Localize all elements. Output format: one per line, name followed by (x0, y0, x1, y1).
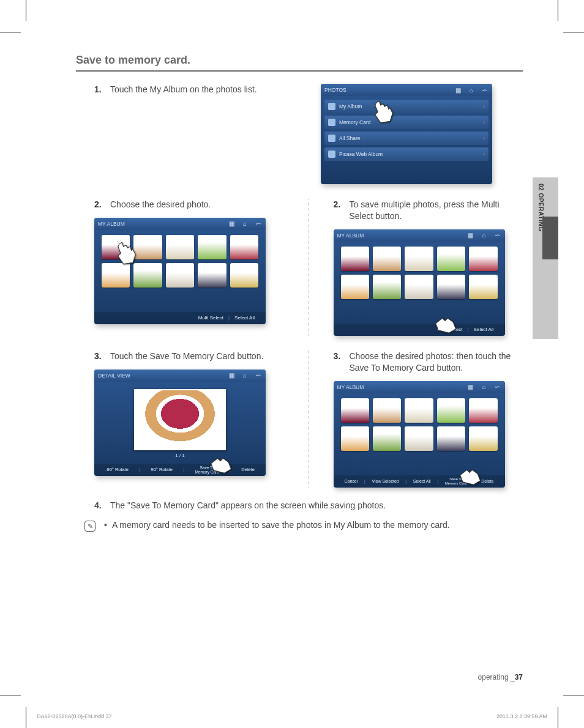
photo-thumbnail (469, 398, 497, 423)
photo-thumbnail (469, 275, 497, 299)
step-number: 3. (94, 351, 104, 362)
photo-preview (134, 389, 226, 450)
list-item-all-share: All Share› (324, 132, 489, 145)
step-text: To save multiple photos, press the Multi… (350, 199, 523, 222)
photo-thumbnail (166, 263, 194, 288)
step-number: 1. (94, 84, 104, 95)
screenshot-title: PHOTOS (324, 87, 346, 93)
screenshot-album-grid: MY ALBUM ▦⌂⤺ Multi Select | Select All (94, 218, 266, 324)
screenshot-titlebar: MY ALBUM ▦⌂⤺ (94, 218, 266, 230)
step-2-left: 2. Choose the desired photo. (94, 199, 284, 210)
touch-hand-icon (370, 98, 397, 125)
photo-thumbnail (405, 275, 433, 299)
rotate-pos-button: 90° Rotate (146, 464, 178, 476)
section-title: Save to memory card. (76, 54, 523, 72)
screenshot-album-grid: MY ALBUM ▦⌂⤺ Multi Select | Select All (334, 229, 505, 336)
screenshot-title: MY ALBUM (337, 384, 364, 390)
touch-hand-icon (456, 463, 483, 488)
album-icon (328, 103, 335, 110)
step-3-right: 3. Choose the desired photos: then touch… (334, 351, 523, 374)
step-number: 3. (334, 351, 343, 374)
step-text: Choose the desired photo. (110, 199, 211, 210)
select-all-button: Select All (408, 475, 436, 488)
photo-thumbnail (373, 275, 401, 299)
column-divider (309, 199, 309, 336)
list-item-my-album: My Album› (324, 100, 489, 113)
photo-thumbnail (198, 263, 226, 288)
step-4: 4. The "Save To Memory Card" appears on … (76, 500, 523, 512)
back-icon: ⤺ (494, 232, 501, 239)
step-1: 1. Touch the My Album on the photos list… (94, 84, 296, 95)
photo-thumbnail (373, 247, 401, 271)
touch-hand-icon (432, 311, 459, 336)
photo-thumbnail (437, 247, 465, 271)
step-3-left: 3. Touch the Save To Memory Card button. (94, 351, 284, 362)
screenshot-bottombar: Multi Select | Select All (334, 324, 505, 336)
step-text: Touch the My Album on the photos list. (110, 84, 257, 95)
screenshot-title: MY ALBUM (337, 232, 364, 239)
photo-thumbnail (437, 275, 465, 299)
page-footer: operating _37 (478, 673, 523, 682)
column-divider (309, 351, 309, 488)
back-icon: ⤺ (255, 220, 262, 227)
step-text: Touch the Save To Memory Card button. (110, 351, 263, 362)
photo-thumbnail (230, 263, 258, 288)
grid-icon: ▦ (228, 220, 235, 227)
select-all-button: Select All (230, 312, 260, 324)
share-icon (328, 135, 335, 142)
chevron-right-icon: › (483, 103, 485, 110)
home-icon: ⌂ (468, 87, 475, 94)
photo-thumbnail (437, 426, 465, 451)
step-number: 2. (94, 199, 104, 210)
photo-thumbnail (373, 398, 401, 423)
photo-pager: 1 / 1 (94, 453, 266, 458)
photo-thumbnail (341, 398, 369, 423)
photo-thumbnail (198, 235, 226, 259)
screenshot-titlebar: DETAIL VIEW ▦⌂⤺ (94, 370, 266, 382)
chevron-right-icon: › (483, 151, 485, 157)
list-item-label: Picasa Web Album (339, 151, 383, 157)
list-item-label: My Album (339, 103, 362, 110)
card-icon (328, 119, 335, 126)
list-item-memory-card: Memory Card› (324, 116, 489, 129)
screenshot-photos-list: PHOTOS ▦ ⌂ ⤺ My Album› Memory Card› All … (321, 84, 492, 184)
picasa-icon (328, 150, 335, 158)
step-text: The "Save To Memory Card" appears on the… (110, 500, 386, 512)
list-item-label: All Share (339, 135, 361, 141)
list-item-picasa: Picasa Web Album› (324, 147, 489, 161)
chevron-right-icon: › (483, 135, 485, 141)
grid-icon: ▦ (467, 384, 474, 390)
list-item-label: Memory Card (339, 119, 370, 125)
screenshot-title: MY ALBUM (98, 221, 125, 227)
note-text: •A memory card needs to be inserted to s… (104, 520, 450, 530)
screenshot-titlebar: MY ALBUM ▦⌂⤺ (334, 381, 505, 393)
screenshot-detail-view: DETAIL VIEW ▦⌂⤺ 1 / 1 -90° Rotate| 90° R… (94, 370, 266, 476)
step-number: 2. (334, 199, 343, 222)
photo-thumbnail (405, 426, 433, 451)
delete-button: Delete (236, 464, 260, 476)
photo-thumbnail (469, 247, 497, 271)
print-file: DA68-02520A(0.0)-EN.indd 37 (37, 713, 112, 719)
note: ✎ •A memory card needs to be inserted to… (76, 520, 523, 532)
photo-thumbnail (341, 426, 369, 451)
photo-thumbnail (341, 275, 369, 299)
screenshot-titlebar: PHOTOS ▦ ⌂ ⤺ (321, 84, 492, 96)
touch-hand-icon (207, 451, 234, 476)
home-icon: ⌂ (481, 384, 488, 390)
photo-thumbnail (469, 426, 497, 451)
print-footer: DA68-02520A(0.0)-EN.indd 37 2011.3.2 8:3… (37, 713, 547, 719)
home-icon: ⌂ (481, 232, 488, 239)
select-all-button: Select All (469, 324, 499, 336)
screenshot-bottombar: Multi Select | Select All (94, 312, 266, 324)
step-2-right: 2. To save multiple photos, press the Mu… (334, 199, 523, 222)
note-icon: ✎ (84, 521, 95, 532)
home-icon: ⌂ (241, 372, 249, 379)
step-number: 4. (94, 500, 104, 512)
step-text: Choose the desired photos: then touch th… (350, 351, 523, 374)
photo-thumbnail (373, 426, 401, 451)
grid-icon: ▦ (467, 232, 474, 239)
screenshot-titlebar: MY ALBUM ▦⌂⤺ (334, 229, 505, 242)
back-icon: ⤺ (255, 372, 262, 379)
photo-thumbnail (230, 235, 258, 259)
screenshot-bottombar: -90° Rotate| 90° Rotate| Save ToMemory C… (94, 464, 266, 476)
